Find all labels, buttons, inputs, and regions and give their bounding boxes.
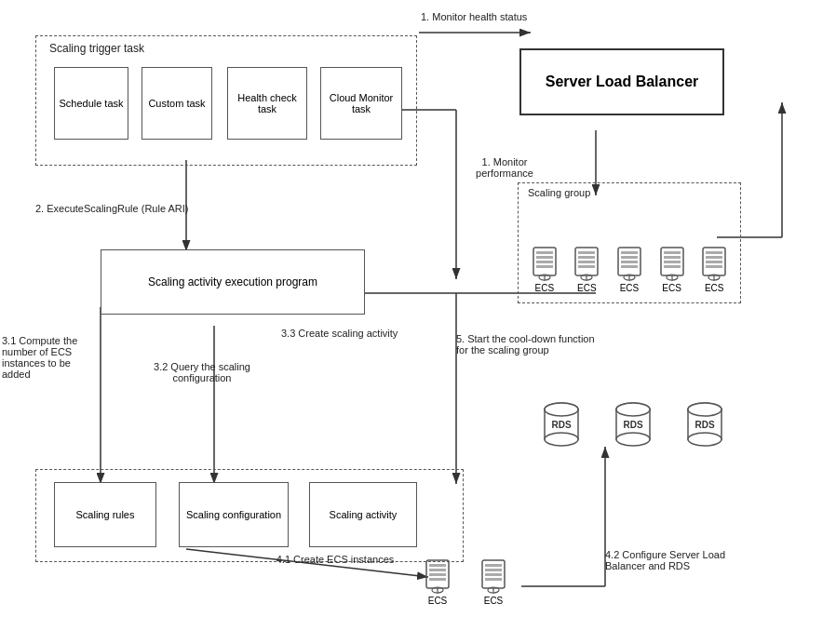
svg-rect-28 (578, 265, 595, 268)
svg-rect-42 (664, 265, 681, 268)
svg-point-59 (616, 433, 650, 446)
ecs-icon-1: ECS (532, 246, 558, 293)
svg-rect-48 (706, 261, 722, 263)
scaling-configuration-label: Scaling configuration (186, 509, 281, 520)
svg-rect-76 (485, 569, 502, 571)
svg-rect-25 (578, 251, 595, 254)
new-ecs-label-1: ECS (428, 596, 448, 606)
svg-rect-70 (429, 573, 446, 576)
configure-slb-rds-label: 4.2 Configure Server Load Balancer and R… (605, 549, 726, 571)
svg-rect-71 (429, 578, 446, 581)
scaling-activity-box: Scaling activity (309, 482, 417, 547)
svg-rect-40 (664, 256, 681, 259)
svg-rect-49 (706, 265, 722, 268)
ecs-icon-4: ECS (659, 246, 685, 293)
custom-task-label: Custom task (148, 98, 205, 109)
svg-rect-39 (664, 251, 681, 254)
svg-rect-46 (706, 251, 722, 254)
svg-point-65 (688, 403, 721, 416)
schedule-task-label: Schedule task (59, 98, 123, 109)
ecs-icon-2: ECS (573, 246, 600, 293)
schedule-task-box: Schedule task (54, 67, 128, 140)
svg-rect-78 (485, 578, 502, 581)
svg-rect-26 (578, 256, 595, 259)
svg-point-55 (545, 403, 578, 416)
svg-point-60 (616, 403, 650, 416)
cooldown-label: 5. Start the cool-down function for the … (456, 333, 596, 356)
scaling-configuration-box: Scaling configuration (179, 482, 289, 547)
svg-rect-18 (536, 251, 553, 254)
svg-rect-47 (706, 256, 722, 259)
scaling-rules-box: Scaling rules (54, 482, 156, 547)
new-ecs-group: ECS ECS (410, 558, 521, 606)
scaling-rules-label: Scaling rules (76, 509, 135, 520)
compute-ecs-label: 3.1 Compute the number of ECS instances … (2, 335, 101, 380)
execute-scaling-rule-label: 2. ExecuteScalingRule (Rule ARI) (35, 203, 277, 214)
svg-rect-19 (536, 256, 553, 259)
ecs-label-4: ECS (662, 283, 681, 293)
ecs-icon-5: ECS (701, 246, 727, 293)
server-load-balancer-label: Server Load Balancer (546, 74, 699, 90)
cloud-monitor-task-label: Cloud Monitor task (321, 92, 401, 114)
health-check-task-label: Health check task (228, 92, 306, 114)
ecs-label-2: ECS (577, 283, 597, 293)
new-ecs-label-2: ECS (484, 596, 504, 606)
ecs-label-5: ECS (705, 283, 724, 293)
svg-rect-69 (429, 569, 446, 571)
svg-rect-68 (429, 564, 446, 567)
svg-rect-27 (578, 261, 595, 263)
svg-rect-20 (536, 261, 553, 263)
rds-group: RDS RDS RDS (526, 400, 740, 450)
svg-text:RDS: RDS (694, 420, 714, 430)
scaling-group-label: Scaling group (528, 187, 590, 198)
scaling-trigger-task-label: Scaling trigger task (49, 42, 144, 55)
rds-icon-1: RDS (541, 400, 582, 450)
scaling-activity-label: Scaling activity (330, 509, 398, 520)
server-load-balancer-box: Server Load Balancer (519, 48, 724, 115)
svg-rect-34 (621, 261, 638, 263)
new-ecs-icon-1: ECS (425, 558, 451, 606)
svg-rect-32 (621, 251, 638, 254)
svg-point-64 (688, 433, 721, 446)
cloud-monitor-task-box: Cloud Monitor task (320, 67, 402, 140)
svg-rect-35 (621, 265, 638, 268)
diagram: Scaling trigger task Schedule task Custo… (0, 0, 836, 644)
svg-rect-41 (664, 261, 681, 263)
create-scaling-activity-label: 3.3 Create scaling activity (281, 328, 430, 339)
svg-text:RDS: RDS (552, 420, 572, 430)
monitor-health-label: 1. Monitor health status (421, 11, 533, 22)
svg-rect-75 (485, 564, 502, 567)
rds-icon-2: RDS (613, 400, 654, 450)
svg-rect-33 (621, 256, 638, 259)
rds-icon-3: RDS (684, 400, 725, 450)
scaling-group-box: Scaling group ECS ECS ECS ECS (518, 182, 741, 303)
monitor-performance-label: 1. Monitor performance (458, 156, 551, 179)
svg-point-54 (545, 433, 578, 446)
custom-task-box: Custom task (142, 67, 212, 140)
scaling-execution-label: Scaling activity execution program (148, 275, 317, 288)
ecs-label-1: ECS (535, 283, 555, 293)
ecs-icon-3: ECS (616, 246, 642, 293)
svg-rect-77 (485, 573, 502, 576)
query-scaling-config-label: 3.2 Query the scaling configuration (142, 361, 263, 383)
new-ecs-icon-2: ECS (480, 558, 506, 606)
create-ecs-label: 4.1 Create ECS instances (270, 554, 400, 565)
svg-text:RDS: RDS (623, 420, 642, 430)
ecs-label-3: ECS (620, 283, 640, 293)
scaling-execution-box: Scaling activity execution program (101, 249, 365, 315)
health-check-task-box: Health check task (227, 67, 307, 140)
svg-rect-21 (536, 265, 553, 268)
